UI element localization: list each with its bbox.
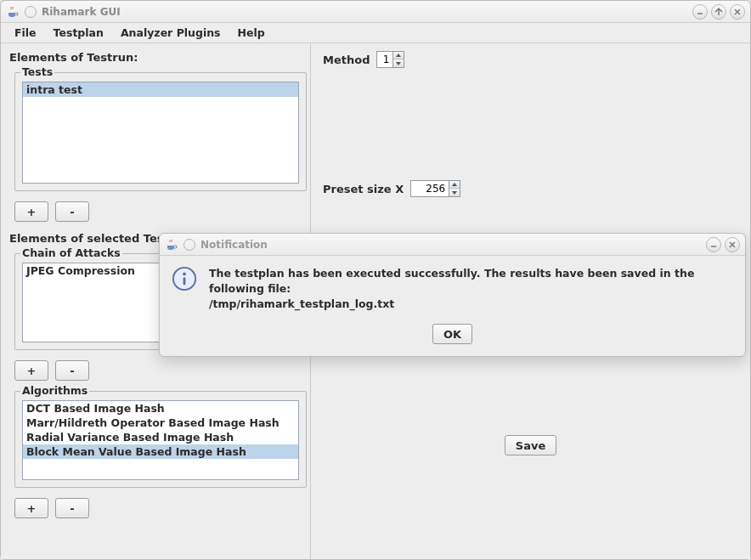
java-icon: [6, 5, 20, 19]
method-spinner[interactable]: [376, 51, 404, 68]
group-attacks-label: Chain of Attacks: [20, 246, 122, 259]
dialog-buttons: OK: [172, 324, 733, 344]
group-algorithms-label: Algorithms: [20, 384, 89, 397]
tests-addremove: + -: [14, 201, 307, 222]
spin-up-button[interactable]: [449, 181, 460, 189]
list-item[interactable]: Marr/Hildreth Operator Based Image Hash: [23, 416, 298, 430]
svg-rect-2: [184, 277, 186, 285]
save-button[interactable]: Save: [505, 435, 556, 455]
spin-down-button[interactable]: [449, 189, 460, 196]
dialog-message: The testplan has been executed successfu…: [209, 266, 733, 297]
close-button[interactable]: [730, 4, 745, 20]
java-icon: [165, 238, 178, 252]
titlebar: Rihamark GUI: [1, 1, 750, 23]
dialog-ring-icon: [184, 239, 195, 251]
algorithms-list[interactable]: DCT Based Image Hash Marr/Hildreth Opera…: [22, 400, 299, 480]
preset-input[interactable]: [410, 180, 449, 197]
menu-testplan[interactable]: Testplan: [47, 24, 110, 42]
spin-up-button[interactable]: [393, 52, 404, 59]
dialog-path: /tmp/rihamark_testplan_log.txt: [209, 297, 733, 312]
dialog-close-button[interactable]: [725, 237, 740, 252]
method-row: Method: [323, 51, 738, 68]
spin-down-button[interactable]: [393, 59, 404, 67]
method-spin-buttons: [393, 51, 404, 68]
dialog-window-buttons: [706, 237, 740, 252]
maximize-button[interactable]: [711, 4, 726, 20]
dialog-ok-button[interactable]: OK: [432, 324, 472, 344]
heading-testrun: Elements of Testrun:: [9, 51, 307, 64]
menu-help[interactable]: Help: [231, 24, 272, 42]
method-input[interactable]: [376, 51, 393, 68]
preset-spinner[interactable]: [410, 180, 460, 197]
dialog-body: The testplan has been executed successfu…: [160, 256, 745, 356]
preset-spin-buttons: [449, 180, 460, 197]
list-item[interactable]: Block Mean Value Based Image Hash: [23, 444, 298, 459]
dialog-content: The testplan has been executed successfu…: [172, 266, 733, 312]
window-title: Rihamark GUI: [42, 6, 692, 18]
algorithms-addremove: + -: [14, 498, 307, 518]
tests-add-button[interactable]: +: [14, 201, 48, 222]
algorithms-remove-button[interactable]: -: [55, 498, 89, 518]
algorithms-add-button[interactable]: +: [14, 498, 48, 518]
group-tests: Tests intra test: [14, 72, 307, 191]
dialog-minimize-button[interactable]: [706, 237, 721, 252]
window-buttons: [692, 4, 745, 20]
tests-list[interactable]: intra test: [22, 82, 299, 184]
list-item[interactable]: DCT Based Image Hash: [23, 401, 298, 416]
dialog-titlebar: Notification: [160, 234, 745, 256]
titlebar-ring-icon: [25, 6, 37, 18]
menubar: File Testplan Analyzer Plugins Help: [1, 23, 750, 43]
list-item[interactable]: Radial Variance Based Image Hash: [23, 430, 298, 444]
preset-row: Preset size X: [323, 180, 738, 197]
method-label: Method: [323, 54, 370, 66]
preset-label: Preset size X: [323, 183, 404, 195]
tests-remove-button[interactable]: -: [55, 201, 89, 222]
menu-analyzer-plugins[interactable]: Analyzer Plugins: [114, 24, 228, 42]
svg-point-1: [183, 273, 186, 276]
dialog-title: Notification: [200, 239, 706, 251]
group-tests-label: Tests: [20, 65, 54, 78]
attacks-add-button[interactable]: +: [14, 360, 48, 381]
attacks-addremove: + -: [14, 360, 307, 381]
dialog-text: The testplan has been executed successfu…: [209, 266, 733, 312]
attacks-remove-button[interactable]: -: [55, 360, 89, 381]
notification-dialog: Notification The testplan has been execu…: [159, 233, 746, 357]
menu-file[interactable]: File: [8, 24, 43, 42]
list-item[interactable]: intra test: [23, 82, 298, 97]
info-icon: [172, 266, 197, 294]
group-algorithms: Algorithms DCT Based Image Hash Marr/Hil…: [14, 391, 307, 488]
minimize-button[interactable]: [692, 4, 708, 20]
